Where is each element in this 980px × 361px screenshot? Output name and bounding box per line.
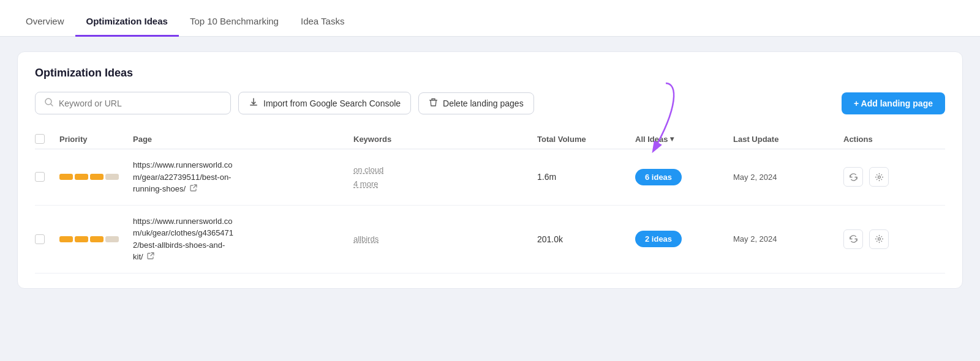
svg-point-6 xyxy=(878,238,880,240)
import-label: Import from Google Search Console xyxy=(263,99,401,108)
tab-top10-benchmarking[interactable]: Top 10 Benchmarking xyxy=(179,6,290,37)
row2-last-update: May 2, 2024 xyxy=(733,234,843,244)
header-page: Page xyxy=(133,135,353,144)
data-table: Priority Page Keywords Total Volume All … xyxy=(35,129,945,274)
add-label: + Add landing page xyxy=(854,99,933,108)
nav-bar: Overview Optimization Ideas Top 10 Bench… xyxy=(0,0,980,37)
row2-ideas-wrapper: 2 ideas xyxy=(635,231,733,247)
row2-priority xyxy=(59,236,133,242)
table-header: Priority Page Keywords Total Volume All … xyxy=(35,129,945,149)
delete-icon xyxy=(429,98,438,109)
delete-label: Delete landing pages xyxy=(443,99,524,108)
import-button[interactable]: Import from Google Search Console xyxy=(238,92,411,114)
header-actions: Actions xyxy=(843,135,917,144)
tab-idea-tasks[interactable]: Idea Tasks xyxy=(290,6,355,37)
row1-ideas-badge[interactable]: 6 ideas xyxy=(635,169,682,185)
chevron-down-icon: ▾ xyxy=(670,135,674,143)
search-box[interactable] xyxy=(35,92,231,114)
header-total-volume: Total Volume xyxy=(537,135,635,144)
row2-total-volume: 201.0k xyxy=(537,234,635,244)
svg-point-5 xyxy=(878,176,880,178)
row2-page-url[interactable]: https://www.runnersworld.com/uk/gear/clo… xyxy=(133,215,353,263)
add-landing-page-button[interactable]: + Add landing page xyxy=(842,92,945,114)
select-all-checkbox[interactable] xyxy=(35,134,59,144)
row2-actions xyxy=(843,229,917,249)
table-row: https://www.runnersworld.com/uk/gear/clo… xyxy=(35,206,945,274)
svg-rect-2 xyxy=(250,105,257,106)
external-link-icon[interactable] xyxy=(147,251,154,263)
header-keywords: Keywords xyxy=(353,135,537,144)
page-title: Optimization Ideas xyxy=(35,67,945,80)
row2-settings-button[interactable] xyxy=(869,229,889,249)
external-link-icon[interactable] xyxy=(190,183,197,195)
row2-ideas-badge[interactable]: 2 ideas xyxy=(635,231,682,247)
toolbar: Import from Google Search Console Delete… xyxy=(35,92,945,114)
tab-overview[interactable]: Overview xyxy=(15,6,75,37)
row1-refresh-button[interactable] xyxy=(843,167,863,187)
keyword-4-more[interactable]: 4 more xyxy=(353,177,537,191)
keyword-on-cloud[interactable]: on cloud xyxy=(353,163,537,177)
search-input[interactable] xyxy=(59,99,222,108)
search-icon xyxy=(44,97,54,109)
section-card: Optimization Ideas xyxy=(17,51,963,289)
keyword-allbirds[interactable]: allbirds xyxy=(353,232,537,246)
svg-line-1 xyxy=(51,104,53,106)
row2-keywords: allbirds xyxy=(353,232,537,246)
delete-button[interactable]: Delete landing pages xyxy=(418,92,534,114)
row2-checkbox[interactable] xyxy=(35,234,59,244)
row1-actions xyxy=(843,167,917,187)
arrow-annotation xyxy=(617,71,739,181)
row1-keywords: on cloud 4 more xyxy=(353,163,537,192)
tab-optimization-ideas[interactable]: Optimization Ideas xyxy=(75,6,179,37)
table-row: https://www.runnersworld.com/gear/a22739… xyxy=(35,149,945,206)
main-content: Optimization Ideas xyxy=(0,37,980,303)
row1-checkbox[interactable] xyxy=(35,172,59,182)
header-last-update: Last Update xyxy=(733,135,843,144)
row1-settings-button[interactable] xyxy=(869,167,889,187)
row1-page-url[interactable]: https://www.runnersworld.com/gear/a22739… xyxy=(133,159,353,195)
import-icon xyxy=(249,97,258,109)
row1-priority xyxy=(59,174,133,180)
row1-total-volume: 1.6m xyxy=(537,172,635,182)
row1-ideas-wrapper: 6 ideas xyxy=(635,169,733,185)
header-priority: Priority xyxy=(59,135,133,144)
header-all-ideas[interactable]: All Ideas ▾ xyxy=(635,135,733,144)
row1-last-update: May 2, 2024 xyxy=(733,173,843,182)
row2-refresh-button[interactable] xyxy=(843,229,863,249)
